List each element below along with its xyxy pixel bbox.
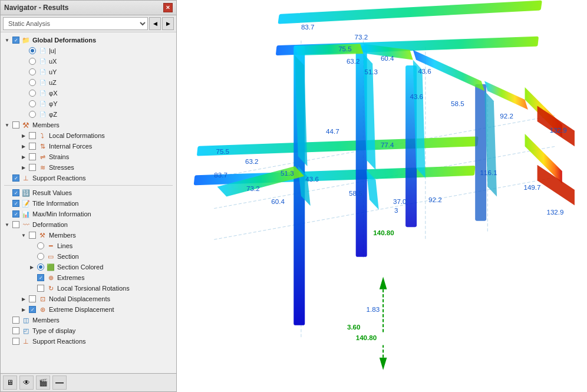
tree-item-phix[interactable]: 📄 φX — [2, 88, 175, 98]
support-icon-1: ⊥ — [21, 173, 31, 183]
radio-phiz[interactable] — [29, 111, 36, 118]
separator-1 — [4, 185, 173, 186]
tree-item-local-def[interactable]: ▶ ⤵ Local Deformations — [2, 130, 175, 141]
prev-arrow-button[interactable]: ◀ — [149, 17, 161, 30]
checkbox-type-display[interactable] — [12, 327, 19, 334]
label-63-2-mid: 63.2 — [245, 157, 259, 165]
legend-button[interactable]: — — [52, 375, 67, 390]
label-140-80-mid: 140.80 — [373, 229, 394, 236]
tree-item-section-colored[interactable]: ▶ 🟩 Section Colored — [2, 262, 175, 272]
tree-item-support-reactions-1[interactable]: ▶ ✓ ⊥ Support Reactions — [2, 173, 175, 183]
radio-uy[interactable] — [29, 68, 36, 75]
analysis-dropdown[interactable]: Static Analysis — [3, 17, 148, 30]
forces-icon: ⇅ — [38, 141, 47, 151]
expander-internal-forces[interactable]: ▶ — [19, 142, 28, 150]
checkbox-local-def[interactable] — [29, 132, 36, 139]
checkbox-members[interactable] — [12, 121, 19, 129]
expander-nodal-disp[interactable]: ▶ — [19, 295, 28, 303]
tree-item-internal-forces[interactable]: ▶ ⇅ Internal Forces — [2, 141, 175, 151]
page-icon-phix: 📄 — [38, 88, 47, 98]
label-members-standalone: Members — [32, 317, 60, 324]
view-button[interactable]: 👁 — [19, 375, 34, 390]
checkbox-stresses[interactable] — [29, 164, 36, 171]
expander-strains[interactable]: ▶ — [19, 153, 28, 161]
radio-section[interactable] — [37, 253, 44, 260]
checkbox-deformation[interactable] — [12, 221, 19, 228]
checkbox-maxmin-info[interactable]: ✓ — [12, 210, 19, 218]
checkbox-members-deform[interactable] — [29, 232, 36, 239]
tree-item-phiz[interactable]: 📄 φZ — [2, 109, 175, 120]
3d-viewport[interactable]: 83.7 73.2 75.5 63.2 60.4 51.3 43.6 43.6 … — [177, 0, 587, 392]
next-arrow-button[interactable]: ▶ — [162, 17, 174, 30]
checkbox-members-standalone[interactable] — [12, 317, 19, 324]
label-58-5-front: 58.5 — [349, 190, 362, 197]
svg-marker-20 — [295, 44, 363, 55]
tree-item-u-abs[interactable]: 📄 |u| — [2, 45, 175, 56]
tree-item-lines[interactable]: ━ Lines — [2, 241, 175, 251]
expander-section-colored[interactable]: ▶ — [28, 263, 36, 271]
radio-phix[interactable] — [29, 90, 36, 97]
tree-item-global-deformations[interactable]: ▼ ✓ 📁 Global Deformations — [2, 35, 175, 45]
expander-stresses[interactable]: ▶ — [19, 163, 28, 172]
tree-item-section[interactable]: ▭ Section — [2, 251, 175, 262]
tree-item-extreme-disp[interactable]: ▶ ✓ ⊛ Extreme Displacement — [2, 304, 175, 315]
tree-item-members-deform[interactable]: ▼ ⚒ Members — [2, 230, 175, 241]
tree-item-local-torsional[interactable]: ↻ Local Torsional Rotations — [2, 283, 175, 294]
display-button[interactable]: 🖥 — [3, 375, 17, 390]
radio-section-colored[interactable] — [37, 263, 44, 271]
tree-item-stresses[interactable]: ▶ ≋ Stresses — [2, 162, 175, 173]
deformation-icon: 〰 — [21, 220, 31, 229]
label-title-info: Title Information — [32, 200, 78, 207]
label-u-abs: |u| — [49, 47, 56, 54]
tree-item-strains[interactable]: ▶ ⇌ Strains — [2, 151, 175, 162]
animation-button[interactable]: 🎬 — [36, 375, 50, 390]
checkbox-extremes[interactable]: ✓ — [37, 274, 44, 281]
label-73-2-front: 73.2 — [246, 185, 260, 192]
checkbox-internal-forces[interactable] — [29, 143, 36, 150]
navigator-titlebar: Navigator - Results ✕ — [1, 1, 176, 15]
checkbox-strains[interactable] — [29, 153, 36, 160]
checkbox-result-values[interactable]: ✓ — [12, 189, 19, 196]
checkbox-support-reactions-1[interactable]: ✓ — [12, 174, 19, 182]
label-lines: Lines — [57, 242, 72, 249]
radio-lines[interactable] — [37, 242, 44, 249]
checkbox-support-reactions-2[interactable] — [12, 338, 19, 345]
tree-item-support-reactions-2[interactable]: ▶ ⊥ Support Reactions — [2, 336, 175, 347]
checkbox-title-info[interactable]: ✓ — [12, 200, 19, 207]
tree-item-result-values[interactable]: ▶ ✓ 🔢 Result Values — [2, 187, 175, 198]
tree-item-type-display[interactable]: ▶ ◰ Type of display — [2, 325, 175, 336]
radio-phiy[interactable] — [29, 100, 36, 107]
tree-item-ux[interactable]: 📄 uX — [2, 56, 175, 67]
expander-members-deform[interactable]: ▼ — [19, 231, 28, 239]
page-icon-phiz: 📄 — [38, 110, 47, 119]
close-button[interactable]: ✕ — [163, 3, 173, 12]
label-63-2-back: 63.2 — [347, 57, 360, 65]
tree-item-maxmin-info[interactable]: ▶ ✓ 📊 Max/Min Information — [2, 209, 175, 219]
tree-item-extremes[interactable]: ✓ ⊕ Extremes — [2, 272, 175, 283]
expander-deformation[interactable]: ▼ — [3, 220, 11, 229]
tree-item-nodal-disp[interactable]: ▶ ⊡ Nodal Displacements — [2, 294, 175, 304]
expander-extreme-disp[interactable]: ▶ — [19, 305, 28, 314]
label-internal-forces: Internal Forces — [49, 143, 92, 150]
radio-u-abs[interactable] — [29, 47, 36, 54]
tree-item-phiy[interactable]: 📄 φY — [2, 98, 175, 109]
tree-item-title-info[interactable]: ▶ ✓ 📝 Title Information — [2, 198, 175, 209]
tree-item-uy[interactable]: 📄 uY — [2, 67, 175, 77]
tree-item-members-standalone[interactable]: ▶ ◫ Members — [2, 315, 175, 325]
checkbox-nodal-disp[interactable] — [29, 295, 36, 302]
radio-ux[interactable] — [29, 58, 36, 65]
label-83-7-front: 83.7 — [214, 171, 227, 179]
expander-members[interactable]: ▼ — [3, 121, 11, 129]
checkbox-extreme-disp[interactable]: ✓ — [29, 306, 36, 313]
checkbox-local-torsional[interactable] — [37, 285, 44, 292]
checkbox-global-def[interactable]: ✓ — [12, 37, 19, 44]
expander-global-def[interactable]: ▼ — [3, 36, 11, 44]
label-60-4-top: 60.4 — [381, 54, 394, 62]
label-132-9-top: 132.9 — [550, 126, 567, 134]
folder-icon: 📁 — [21, 35, 31, 45]
radio-uz[interactable] — [29, 79, 36, 86]
tree-item-deformation[interactable]: ▼ 〰 Deformation — [2, 219, 175, 230]
tree-item-members[interactable]: ▼ ⚒ Members — [2, 120, 175, 130]
tree-item-uz[interactable]: 📄 uZ — [2, 77, 175, 88]
expander-local-def[interactable]: ▶ — [19, 131, 28, 140]
